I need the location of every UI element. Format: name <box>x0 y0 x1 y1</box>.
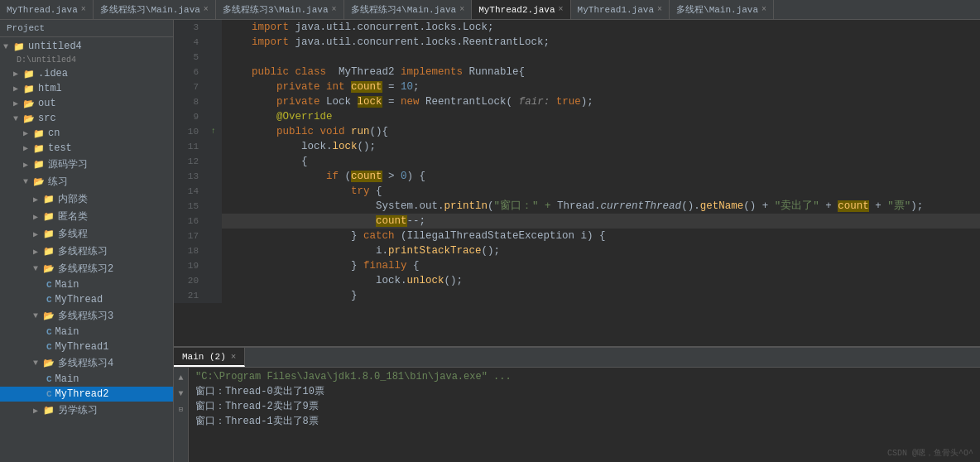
code-line-4: 4 import java.util.concurrent.locks.Reen… <box>174 35 980 50</box>
java-class-icon: C <box>46 327 52 337</box>
sidebar-item-mythread1[interactable]: C MyThread1 <box>0 339 173 354</box>
tab-mythread2[interactable]: MyThread2.java × <box>472 0 570 19</box>
expand-arrow-icon: ▶ <box>33 229 43 239</box>
close-icon[interactable]: × <box>332 5 337 14</box>
close-icon[interactable]: × <box>81 5 86 14</box>
java-class-icon: C <box>46 280 52 290</box>
bottom-tab-close-icon[interactable]: × <box>231 352 237 362</box>
filter-icon[interactable]: ⊟ <box>175 402 188 416</box>
sidebar-item-mythread2[interactable]: C MyThread2 <box>0 387 173 402</box>
tab-mythread[interactable]: MyThread.java × <box>0 0 94 19</box>
sidebar-item-out[interactable]: ▶ 📂 out <box>0 96 173 111</box>
sidebar-item-main3[interactable]: C Main <box>0 325 173 339</box>
sidebar-item-practice[interactable]: ▼ 📂 练习 <box>0 173 173 190</box>
bottom-tab-main2[interactable]: Main (2) × <box>174 348 245 367</box>
folder-icon: 📁 <box>13 41 25 52</box>
tab-main-multithread[interactable]: 多线程练习\Main.java × <box>94 0 216 19</box>
close-icon[interactable]: × <box>761 5 766 14</box>
sidebar-item-main4[interactable]: C Main <box>0 372 173 387</box>
up-arrow-icon[interactable]: ▲ <box>175 371 188 384</box>
expand-arrow-icon: ▶ <box>23 160 33 170</box>
line-gutter <box>205 214 222 229</box>
folder-icon: 📂 <box>33 176 45 187</box>
java-class-icon: C <box>46 295 52 305</box>
sidebar-item-multithread[interactable]: ▶ 📁 多线程 <box>0 225 173 243</box>
close-icon[interactable]: × <box>204 5 209 14</box>
code-line-3: 3 import java.util.concurrent.locks.Lock… <box>174 20 980 35</box>
line-gutter <box>205 184 222 199</box>
sidebar: Project ▼ 📁 untitled4 D:\untitled4 ▶ 📁 .… <box>0 20 174 462</box>
out-folder-icon: 📂 <box>23 99 35 109</box>
tree-path: D:\untitled4 <box>0 54 173 66</box>
sidebar-item-anonymous[interactable]: ▶ 📁 匿名类 <box>0 208 173 225</box>
line-number: 12 <box>174 154 205 169</box>
sidebar-item-main2[interactable]: C Main <box>0 277 173 292</box>
line-content: if (count > 0) { <box>222 169 980 184</box>
line-content: } catch (IllegalThreadStateException i) … <box>222 229 980 243</box>
code-editor[interactable]: 3 import java.util.concurrent.locks.Lock… <box>174 20 980 346</box>
expand-arrow-icon: ▼ <box>3 42 13 51</box>
line-number: 20 <box>174 273 205 288</box>
sidebar-item-cn[interactable]: ▶ 📁 cn <box>0 126 173 141</box>
folder-icon: 📁 <box>43 229 55 239</box>
code-line-6: 6 public class MyThread2 implements Runn… <box>174 65 980 79</box>
sidebar-item-multithreadpractice2[interactable]: ▼ 📂 多线程练习2 <box>0 260 173 277</box>
sidebar-item-multithreadpractice[interactable]: ▶ 📁 多线程练习 <box>0 243 173 260</box>
line-content <box>222 50 980 65</box>
bottom-tab-bar: Main (2) × <box>174 348 980 368</box>
sidebar-item-multithreadpractice3[interactable]: ▼ 📂 多线程练习3 <box>0 307 173 325</box>
folder-icon: 📁 <box>23 69 35 79</box>
code-line-15: 15 System.out.println("窗口：" + Thread.cur… <box>174 199 980 214</box>
tree-root[interactable]: ▼ 📁 untitled4 <box>0 39 173 54</box>
line-content: import java.util.concurrent.locks.Reentr… <box>222 35 980 50</box>
expand-arrow-icon: ▶ <box>33 247 43 257</box>
sidebar-item-innerclass[interactable]: ▶ 📁 内部类 <box>0 190 173 208</box>
tab-main-multithread3[interactable]: 多线程练习3\Main.java × <box>216 0 344 19</box>
sidebar-item-morepractice[interactable]: ▶ 📁 另学练习 <box>0 402 173 419</box>
tab-main-multithread4[interactable]: 多线程练习4\Main.java × <box>344 0 473 19</box>
sidebar-item-idea[interactable]: ▶ 📁 .idea <box>0 66 173 81</box>
java-class-icon: C <box>46 389 52 399</box>
java-class-icon: C <box>46 342 52 352</box>
tab-main-multithread-basic[interactable]: 多线程\Main.java × <box>670 0 774 19</box>
line-content: count--; <box>222 214 980 229</box>
line-gutter <box>205 94 222 109</box>
line-gutter <box>205 288 222 303</box>
expand-arrow-icon: ▼ <box>33 264 43 273</box>
down-arrow-icon[interactable]: ▼ <box>175 387 188 400</box>
tab-mythread1[interactable]: MyThread1.java × <box>571 0 670 19</box>
expand-arrow-icon: ▶ <box>23 143 33 153</box>
watermark: CSDN @嗯，鱼骨头^O^ <box>887 447 973 459</box>
line-content: } <box>222 288 980 303</box>
sidebar-item-test[interactable]: ▶ 📁 test <box>0 141 173 156</box>
close-icon[interactable]: × <box>657 5 662 14</box>
folder-icon: 📂 <box>43 263 55 274</box>
line-number: 6 <box>174 65 205 79</box>
line-content: System.out.println("窗口：" + Thread.curren… <box>222 199 980 214</box>
code-line-8: 8 private Lock lock = new ReentrantLock(… <box>174 94 980 109</box>
sidebar-header: Project <box>0 20 173 37</box>
line-gutter <box>205 169 222 184</box>
bottom-side-icons: ▲ ▼ ⊟ <box>174 368 189 462</box>
sidebar-item-sourcecode[interactable]: ▶ 📁 源码学习 <box>0 156 173 173</box>
main-area: Project ▼ 📁 untitled4 D:\untitled4 ▶ 📁 .… <box>0 20 980 462</box>
sidebar-tree[interactable]: ▼ 📁 untitled4 D:\untitled4 ▶ 📁 .idea ▶ 📁… <box>0 37 173 462</box>
line-number: 19 <box>174 258 205 273</box>
close-icon[interactable]: × <box>459 5 464 14</box>
bottom-content: "C:\Program Files\Java\jdk1.8.0_181\bin\… <box>189 368 980 462</box>
code-line-20: 20 lock.unlock(); <box>174 273 980 288</box>
line-content: import java.util.concurrent.locks.Lock; <box>222 20 980 35</box>
sidebar-item-src[interactable]: ▼ 📂 src <box>0 111 173 126</box>
output-line-1: 窗口：Thread-0卖出了10票 <box>195 384 973 398</box>
line-content: } finally { <box>222 258 980 273</box>
folder-icon: 📁 <box>43 194 55 205</box>
close-icon[interactable]: × <box>559 5 564 14</box>
folder-icon: 📂 <box>43 310 55 321</box>
expand-arrow-icon: ▶ <box>13 69 23 79</box>
sidebar-item-multithreadpractice4[interactable]: ▼ 📂 多线程练习4 <box>0 354 173 372</box>
code-lines: 3 import java.util.concurrent.locks.Lock… <box>174 20 980 346</box>
line-gutter <box>205 20 222 35</box>
sidebar-item-html[interactable]: ▶ 📁 html <box>0 81 173 96</box>
sidebar-item-mythread[interactable]: C MyThread <box>0 292 173 307</box>
line-content: private int count = 10; <box>222 79 980 94</box>
